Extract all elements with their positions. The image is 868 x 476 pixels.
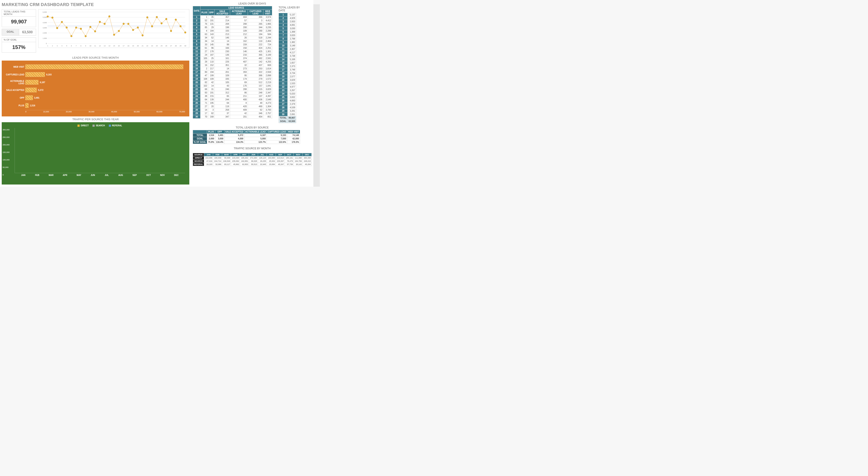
svg-text:3: 3: [57, 45, 58, 47]
svg-point-17: [56, 27, 58, 29]
svg-point-31: [123, 23, 124, 25]
page-title: MARKETING CRM DASHBOARD TEMPLATE: [2, 2, 189, 7]
svg-point-29: [113, 34, 115, 36]
kpi-pct-goal: % OF GOAL 157%: [2, 37, 36, 53]
svg-text:25: 25: [160, 45, 162, 47]
axis-tick: MAR: [44, 173, 58, 176]
bar-axis: 010,00020,00030,00040,00050,00060,00070,…: [25, 110, 185, 113]
svg-point-40: [165, 18, 167, 20]
bar-chart-leads-source: WEB VISIT CAPTURED LEAD 9,193 ACTIONABLE…: [2, 61, 189, 116]
legend-item-direct: DIRECT: [78, 124, 89, 127]
svg-text:21: 21: [142, 45, 144, 47]
svg-point-28: [108, 16, 110, 17]
svg-text:1: 1: [47, 45, 48, 47]
svg-text:16: 16: [118, 45, 120, 47]
bar-row: OPP 3,491: [25, 94, 185, 101]
column-chart-traffic: DIRECT SEARCH REFERAL JANFEBMARAPRMAYJUN…: [2, 122, 189, 184]
bar: [25, 103, 29, 108]
traffic-by-month-table: SOURCEJANFEBMARAPRMAYJUNJULAUGSEPOCTNOVD…: [193, 153, 312, 166]
svg-text:22: 22: [146, 45, 148, 47]
svg-text:17: 17: [123, 45, 124, 47]
svg-text:14: 14: [108, 45, 110, 47]
svg-point-35: [142, 35, 144, 36]
svg-point-43: [180, 25, 181, 27]
axis-tick: JUN: [86, 173, 100, 176]
svg-point-15: [47, 16, 49, 18]
legend-swatch-icon: [93, 125, 95, 127]
svg-point-33: [132, 29, 134, 31]
axis-tick: 300,000: [3, 129, 10, 131]
axis-tick: 100,000: [3, 159, 10, 161]
axis-tick: JUL: [100, 173, 114, 176]
right-panel: LEADS OVER 30 DAYS DATELEAD SOURCEPLUSOP…: [191, 0, 313, 187]
svg-text:13: 13: [104, 45, 105, 47]
svg-point-25: [94, 30, 96, 32]
svg-point-26: [99, 21, 101, 23]
svg-point-38: [156, 16, 158, 18]
svg-text:2: 2: [52, 45, 53, 47]
legend-label: DIRECT: [81, 124, 89, 127]
svg-text:8: 8: [81, 45, 82, 47]
svg-point-23: [85, 35, 87, 37]
svg-text:10: 10: [90, 45, 91, 47]
line-chart-daily-leads: 01,0002,0003,0004,0005,0006,000123456789…: [38, 9, 189, 48]
axis-tick: 70,000: [179, 111, 185, 113]
svg-text:18: 18: [127, 45, 129, 47]
svg-text:23: 23: [151, 45, 153, 47]
bar: [25, 88, 37, 92]
kpi-total-leads: TOTAL LEADS THIS MONTH 99,907: [2, 9, 36, 27]
bar-row: PLUS 1,516: [25, 102, 185, 109]
svg-text:4,000: 4,000: [43, 22, 47, 24]
axis-tick: 200,000: [3, 144, 10, 146]
axis-tick: 40,000: [111, 111, 117, 113]
axis-tick: 50,000: [134, 111, 140, 113]
bar-label: SALE ACCEPTED: [4, 89, 24, 91]
svg-point-30: [118, 30, 120, 32]
svg-text:11: 11: [94, 45, 96, 47]
svg-text:0: 0: [46, 42, 47, 44]
axis-tick: 30,000: [88, 111, 94, 113]
svg-point-34: [137, 27, 138, 28]
kpi-label: GOAL: [2, 29, 19, 35]
legend-item-referal: REFERAL: [109, 124, 122, 127]
axis-tick: 60,000: [156, 111, 162, 113]
table-title: TRAFFIC SOURCE BY MONTH: [193, 147, 312, 150]
totals-by-source-table: PLUSOPPSALE ACCEPTEDACTIONABLE LEADCAPTU…: [193, 130, 300, 144]
axis-tick: JAN: [16, 173, 30, 176]
section-title: LEADS PER SOURCE THIS MONTH: [2, 55, 189, 61]
svg-text:24: 24: [156, 45, 158, 47]
svg-text:4: 4: [61, 45, 62, 47]
table-title: LEADS OVER 30 DAYS: [193, 2, 312, 5]
bar-row: SALE ACCEPTED 5,372: [25, 87, 185, 93]
bar-label: OPP: [4, 97, 24, 99]
svg-point-24: [90, 26, 91, 28]
svg-text:2,000: 2,000: [43, 32, 47, 34]
svg-point-44: [184, 32, 186, 33]
column-chart-plot: [14, 128, 185, 173]
svg-point-41: [170, 30, 172, 32]
bar-label: CAPTURED LEAD: [4, 73, 24, 76]
axis-tick: MAY: [72, 173, 86, 176]
axis-tick: 0: [25, 111, 26, 113]
axis-tick: 150,000: [3, 151, 10, 153]
axis-tick: NOV: [155, 173, 169, 176]
axis-tick: OCT: [142, 173, 156, 176]
svg-point-21: [75, 27, 77, 29]
line-chart-svg: 01,0002,0003,0004,0005,0006,000123456789…: [40, 11, 187, 47]
bar: [25, 72, 45, 77]
legend: DIRECT SEARCH REFERAL: [14, 124, 185, 128]
svg-text:9: 9: [85, 45, 86, 47]
svg-point-16: [52, 17, 53, 19]
leads-30-table: DATELEAD SOURCEPLUSOPPSALE ACCEPTEDACTIO…: [193, 6, 272, 119]
kpi-label: TOTAL LEADS THIS MONTH: [2, 9, 36, 17]
svg-text:19: 19: [132, 45, 134, 47]
kpi-column: TOTAL LEADS THIS MONTH 99,907 GOAL 63,50…: [2, 9, 36, 53]
svg-point-19: [66, 27, 68, 28]
kpi-goal: GOAL 63,500: [2, 29, 36, 36]
axis-tick: FEB: [30, 173, 44, 176]
svg-text:6,000: 6,000: [43, 11, 47, 13]
bar: [25, 64, 183, 69]
legend-label: REFERAL: [112, 124, 122, 127]
svg-point-36: [146, 17, 148, 18]
svg-text:20: 20: [137, 45, 139, 47]
